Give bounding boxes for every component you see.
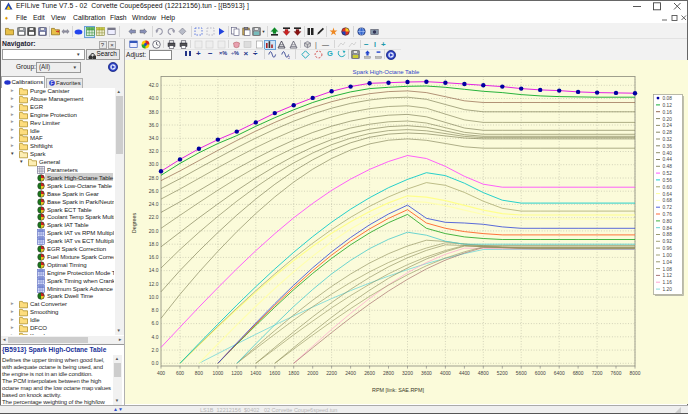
svg-text:0.60: 0.60 [663,185,673,190]
svg-text:3600: 3600 [421,371,432,376]
svg-text:2000: 2000 [307,371,318,376]
svg-text:3200: 3200 [402,371,413,376]
svg-text:34.0: 34.0 [149,135,159,141]
svg-text:4400: 4400 [459,371,470,376]
svg-text:2: 2 [288,55,290,60]
svg-text:40.0: 40.0 [149,95,159,101]
svg-text:6800: 6800 [573,371,584,376]
svg-text:0.84: 0.84 [663,226,673,231]
svg-text:7200: 7200 [592,371,603,376]
svg-text:22.0: 22.0 [149,214,159,220]
svg-text:6.0: 6.0 [152,320,159,326]
svg-text:1.16: 1.16 [663,280,673,285]
svg-text:5600: 5600 [516,371,527,376]
svg-text:28.0: 28.0 [149,175,159,181]
svg-text:1.04: 1.04 [663,260,673,265]
svg-text:6000: 6000 [535,371,546,376]
svg-text:2800: 2800 [383,371,394,376]
svg-text:12.0: 12.0 [149,281,159,287]
svg-text:0.88: 0.88 [663,232,673,237]
svg-text:6400: 6400 [554,371,565,376]
svg-text:0.80: 0.80 [663,219,673,224]
svg-text:38.0: 38.0 [149,109,159,115]
svg-text:10.0: 10.0 [149,294,159,300]
svg-text:0.40: 0.40 [663,151,673,156]
svg-text:2600: 2600 [364,371,375,376]
svg-text:0.20: 0.20 [663,117,673,122]
svg-text:24.0: 24.0 [149,201,159,207]
svg-text:0.68: 0.68 [663,198,673,203]
svg-text:30.0: 30.0 [149,161,159,167]
svg-text:0.92: 0.92 [663,239,673,244]
svg-text:1.12: 1.12 [663,273,673,278]
svg-text:42.0: 42.0 [149,82,159,88]
svg-text:1200: 1200 [231,371,242,376]
svg-text:1000: 1000 [212,371,223,376]
svg-text:0.44: 0.44 [663,157,673,162]
svg-text:8000: 8000 [630,371,641,376]
svg-text:0.52: 0.52 [663,171,673,176]
svg-text:0.24: 0.24 [663,123,673,128]
svg-text:4800: 4800 [478,371,489,376]
svg-text:7600: 7600 [611,371,622,376]
svg-text:0.16: 0.16 [663,110,673,115]
svg-text:0.08: 0.08 [663,96,673,101]
svg-text:0.56: 0.56 [663,178,673,183]
svg-text:Spark High-Octane Table: Spark High-Octane Table [353,69,421,75]
svg-text:1.00: 1.00 [663,253,673,258]
svg-text:1600: 1600 [269,371,280,376]
svg-text:0.76: 0.76 [663,212,673,217]
svg-text:0.12: 0.12 [663,103,673,108]
svg-text:0.36: 0.36 [663,144,673,149]
svg-text:5200: 5200 [497,371,508,376]
svg-text:16.0: 16.0 [149,254,159,260]
svg-text:4.0: 4.0 [152,334,159,340]
svg-text:32.0: 32.0 [149,148,159,154]
svg-text:0.28: 0.28 [663,130,673,135]
svg-text:0.0: 0.0 [152,360,159,366]
svg-text:26.0: 26.0 [149,188,159,194]
svg-text:18.0: 18.0 [149,241,159,247]
svg-text:0.72: 0.72 [663,205,673,210]
svg-text:Degrees: Degrees [131,213,137,234]
svg-text:8.0: 8.0 [152,307,159,313]
svg-text:2200: 2200 [326,371,337,376]
svg-text:1.08: 1.08 [663,267,673,272]
svg-text:0.96: 0.96 [663,246,673,251]
svg-text:2400: 2400 [345,371,356,376]
svg-text:4000: 4000 [440,371,451,376]
svg-text:RPM [link: SAE.RPM]: RPM [link: SAE.RPM] [372,387,424,393]
svg-text:14.0: 14.0 [149,267,159,273]
svg-text:600: 600 [176,371,184,376]
svg-text:1.20: 1.20 [663,287,673,292]
svg-text:20.0: 20.0 [149,228,159,234]
svg-text:0.48: 0.48 [663,164,673,169]
svg-text:36.0: 36.0 [149,122,159,128]
svg-text:0.32: 0.32 [663,137,673,142]
svg-text:1800: 1800 [288,371,299,376]
svg-text:2.0: 2.0 [152,347,159,353]
svg-text:800: 800 [195,371,203,376]
svg-text:400: 400 [157,371,165,376]
svg-text:1400: 1400 [250,371,261,376]
svg-text:0.64: 0.64 [663,192,673,197]
